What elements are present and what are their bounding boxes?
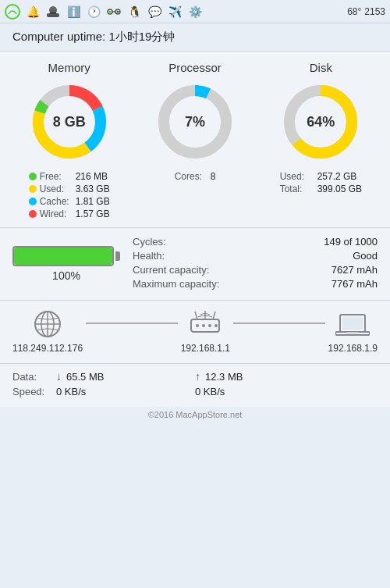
battery-health-row: Health: Good bbox=[133, 250, 378, 262]
svg-point-0 bbox=[5, 5, 20, 19]
copyright-bar: ©2016 MacAppStore.net bbox=[0, 407, 390, 422]
upload-speed-row: 0 KB/s bbox=[195, 386, 378, 397]
connect-icon[interactable] bbox=[106, 4, 122, 20]
mem-wired-row: Wired: 1.57 GB bbox=[29, 208, 110, 219]
status-bar: 🔔 ℹ️ 🕐 🐧 💬 ✈️ ⚙️ 68° 2153 bbox=[0, 0, 390, 23]
memory-gauge: Memory 8 GB bbox=[6, 61, 132, 221]
ninja-icon[interactable] bbox=[45, 4, 61, 20]
memory-donut: 8 GB bbox=[27, 79, 112, 165]
wechat-icon[interactable]: 💬 bbox=[147, 4, 162, 20]
battery-percent: 100% bbox=[52, 269, 80, 282]
battery-section: 100% Cycles: 149 of 1000 Health: Good Cu… bbox=[0, 228, 390, 301]
svg-line-27 bbox=[195, 312, 197, 319]
svg-point-7 bbox=[117, 10, 119, 12]
disk-label: 64% bbox=[307, 114, 335, 130]
status-bar-right: 68° 2153 bbox=[347, 6, 385, 17]
info-icon[interactable]: ℹ️ bbox=[66, 4, 81, 20]
network-line-1 bbox=[86, 323, 178, 324]
disk-total-row: Total: 399.05 GB bbox=[280, 184, 362, 194]
bell-icon[interactable]: 🔔 bbox=[25, 4, 41, 20]
disk-gauge: Disk 64% Used: 257.2 GB Total: 399.05 GB bbox=[258, 61, 384, 196]
gauges-section: Memory 8 GB bbox=[0, 52, 390, 228]
memory-title: Memory bbox=[48, 61, 90, 74]
disk-legend: Used: 257.2 GB Total: 399.05 GB bbox=[280, 171, 362, 196]
battery-max-row: Maximum capacity: 7767 mAh bbox=[133, 278, 378, 290]
upload-icon: ↑ bbox=[195, 370, 200, 383]
disk-title: Disk bbox=[310, 61, 332, 74]
processor-donut: 7% bbox=[152, 79, 238, 165]
mem-free-row: Free: 216 MB bbox=[29, 171, 110, 182]
uptime-text: Computer uptime: 1小时19分钟 bbox=[12, 30, 175, 43]
copyright-text: ©2016 MacAppStore.net bbox=[148, 410, 243, 419]
network-diagram: 118.249.112.176 192.168.1.1 bbox=[12, 308, 378, 354]
svg-point-6 bbox=[109, 10, 112, 12]
memory-legend: Free: 216 MB Used: 3.63 GB Cache: 1.81 G… bbox=[29, 171, 110, 221]
device-ip: 192.168.1.9 bbox=[328, 343, 378, 354]
processor-legend: Cores: 8 bbox=[175, 171, 216, 184]
svg-point-25 bbox=[208, 324, 211, 327]
used-dot bbox=[29, 185, 37, 193]
gauges-row: Memory 8 GB bbox=[6, 61, 384, 221]
globe-icon bbox=[30, 308, 65, 340]
battery-tip bbox=[115, 251, 120, 261]
disk-donut: 64% bbox=[278, 79, 363, 165]
svg-rect-33 bbox=[346, 332, 359, 333]
cache-dot bbox=[29, 198, 37, 205]
download-col: Data: ↓ 65.5 MB Speed: 0 KB/s bbox=[12, 370, 195, 401]
upload-col: ↑ 12.3 MB 0 KB/s bbox=[195, 370, 378, 401]
battery-right: Cycles: 149 of 1000 Health: Good Current… bbox=[133, 236, 378, 292]
device-node: 192.168.1.9 bbox=[328, 308, 378, 354]
svg-rect-31 bbox=[342, 317, 363, 330]
svg-point-24 bbox=[202, 324, 205, 327]
istats-icon[interactable] bbox=[5, 4, 20, 20]
network-section: 118.249.112.176 192.168.1.1 bbox=[0, 301, 390, 364]
battery-left: 100% bbox=[12, 246, 120, 282]
external-ip: 118.249.112.176 bbox=[12, 343, 83, 354]
svg-point-26 bbox=[214, 324, 218, 327]
battery-bar-container bbox=[12, 246, 120, 266]
upload-data-row: ↑ 12.3 MB bbox=[195, 370, 378, 383]
processor-gauge: Processor 7% Cores: 8 bbox=[132, 61, 257, 184]
mem-cache-row: Cache: 1.81 GB bbox=[29, 196, 110, 207]
external-node: 118.249.112.176 bbox=[12, 308, 83, 354]
time: 2153 bbox=[364, 6, 385, 17]
battery-cycles-row: Cycles: 149 of 1000 bbox=[133, 236, 378, 248]
data-section: Data: ↓ 65.5 MB Speed: 0 KB/s ↑ 12.3 MB … bbox=[0, 364, 390, 407]
router-ip: 192.168.1.1 bbox=[181, 343, 230, 354]
network-line-2 bbox=[233, 323, 325, 324]
status-bar-left: 🔔 ℹ️ 🕐 🐧 💬 ✈️ ⚙️ bbox=[5, 4, 203, 20]
processor-title: Processor bbox=[168, 61, 222, 74]
download-data-row: Data: ↓ 65.5 MB bbox=[12, 370, 195, 383]
router-icon bbox=[188, 308, 222, 340]
plane-icon[interactable]: ✈️ bbox=[167, 4, 183, 20]
mem-used-row: Used: 3.63 GB bbox=[29, 184, 110, 194]
uptime-bar: Computer uptime: 1小时19分钟 bbox=[0, 23, 390, 52]
temperature: 68° bbox=[347, 6, 361, 17]
memory-label: 8 GB bbox=[53, 114, 86, 130]
laptop-icon bbox=[335, 308, 370, 340]
free-dot bbox=[29, 173, 37, 180]
wired-dot bbox=[29, 210, 37, 218]
processor-label: 7% bbox=[185, 114, 205, 130]
clock-icon[interactable]: 🕐 bbox=[86, 4, 101, 20]
cores-row: Cores: 8 bbox=[175, 171, 216, 182]
qq-icon[interactable]: 🐧 bbox=[126, 4, 142, 20]
svg-point-23 bbox=[196, 324, 199, 327]
download-speed-row: Speed: 0 KB/s bbox=[12, 386, 195, 397]
battery-bar-outer bbox=[12, 246, 114, 266]
router-node: 192.168.1.1 bbox=[181, 308, 230, 354]
svg-rect-3 bbox=[50, 12, 56, 14]
download-icon: ↓ bbox=[56, 370, 62, 383]
battery-bar-inner bbox=[14, 248, 112, 265]
settings-icon[interactable]: ⚙️ bbox=[187, 4, 203, 20]
battery-capacity-row: Current capacity: 7627 mAh bbox=[133, 264, 378, 276]
disk-used-row: Used: 257.2 GB bbox=[280, 171, 362, 182]
svg-line-29 bbox=[213, 312, 215, 319]
